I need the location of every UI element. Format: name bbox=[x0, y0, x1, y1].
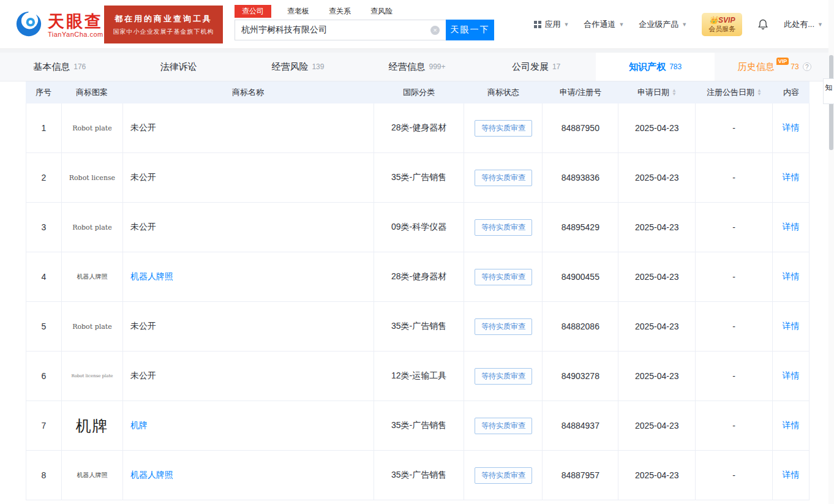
announce-date-cell: - bbox=[696, 203, 773, 252]
trademark-name-cell: 机器人牌照 bbox=[123, 451, 374, 500]
table-row: 8 机器人牌照 机器人牌照 35类-广告销售 等待实质审查 84887957 2… bbox=[26, 451, 810, 500]
trademark-image: 机牌 bbox=[75, 416, 108, 436]
category-cell: 35类-广告销售 bbox=[374, 302, 465, 351]
reg-number-cell: 84903278 bbox=[543, 352, 618, 401]
detail-link[interactable]: 详情 bbox=[783, 420, 800, 431]
crown-icon: 👑SVIP bbox=[709, 17, 735, 24]
status-badge: 等待实质审查 bbox=[475, 269, 532, 285]
reg-number-cell: 84887950 bbox=[543, 103, 618, 152]
row-index: 4 bbox=[26, 252, 62, 301]
trademark-name-cell: 未公开 bbox=[123, 352, 374, 401]
status-cell: 等待实质审查 bbox=[464, 252, 543, 301]
row-index: 3 bbox=[26, 203, 62, 252]
detail-link[interactable]: 详情 bbox=[783, 222, 800, 233]
detail-link[interactable]: 详情 bbox=[783, 122, 800, 134]
apply-date-cell: 2025-04-23 bbox=[618, 401, 696, 450]
row-index: 5 bbox=[26, 302, 62, 351]
trademark-name[interactable]: 机牌 bbox=[130, 420, 148, 431]
category-cell: 35类-广告销售 bbox=[374, 153, 465, 202]
apply-date-cell: 2025-04-23 bbox=[618, 352, 696, 401]
reg-number-cell: 84895429 bbox=[543, 203, 618, 252]
action-cell: 详情 bbox=[773, 352, 810, 401]
detail-link[interactable]: 详情 bbox=[783, 470, 800, 481]
trademark-name[interactable]: 机器人牌照 bbox=[130, 271, 173, 282]
notification-bell-icon[interactable] bbox=[757, 18, 769, 31]
chevron-down-icon: ▼ bbox=[618, 21, 624, 28]
detail-link[interactable]: 详情 bbox=[783, 370, 800, 382]
table-row: 7 机牌 机牌 35类-广告销售 等待实质审查 84884937 2025-04… bbox=[26, 401, 810, 451]
trademark-name: 未公开 bbox=[130, 122, 156, 134]
row-index: 6 bbox=[26, 352, 62, 401]
reg-number-cell: 84893836 bbox=[543, 153, 618, 202]
search-tab-boss[interactable]: 查老板 bbox=[284, 5, 313, 18]
header-nav: 应用 ▼ 合作通道 ▼ 企业级产品 ▼ 👑SVIP 会员服务 bbox=[534, 0, 823, 49]
svip-member-badge[interactable]: 👑SVIP 会员服务 bbox=[702, 13, 742, 36]
search-input[interactable] bbox=[241, 25, 430, 35]
search-tab-risk[interactable]: 查风险 bbox=[367, 5, 396, 18]
tab-operation-info[interactable]: 经营信息999+ bbox=[358, 53, 477, 81]
search-area: 查公司 查老板 查关系 查风险 × 天眼一下 bbox=[235, 4, 494, 40]
category-cell: 09类-科学仪器 bbox=[374, 203, 465, 252]
col-header-announce-date[interactable]: 注册公告日期 ▲▼ bbox=[696, 87, 773, 98]
sort-icon[interactable]: ▲▼ bbox=[672, 89, 677, 96]
chevron-down-icon: ▼ bbox=[563, 21, 569, 28]
trademark-name[interactable]: 机器人牌照 bbox=[130, 470, 173, 481]
action-cell: 详情 bbox=[773, 401, 810, 450]
trademark-image: Robot plate bbox=[72, 224, 112, 231]
trademark-image-cell: Robot plate bbox=[62, 103, 123, 152]
action-cell: 详情 bbox=[773, 252, 810, 301]
trademark-image: 机器人牌照 bbox=[77, 471, 107, 480]
search-tab-company[interactable]: 查公司 bbox=[235, 5, 271, 18]
page: 天眼查 TianYanCha.com 都在用的商业查询工具 国家中小企业发展子基… bbox=[0, 0, 834, 504]
trademark-name: 未公开 bbox=[130, 370, 156, 382]
apply-date-cell: 2025-04-23 bbox=[618, 302, 696, 351]
reg-number-cell: 84884937 bbox=[543, 401, 618, 450]
announce-date-cell: - bbox=[696, 401, 773, 450]
category-cell: 28类-健身器材 bbox=[374, 252, 465, 301]
tab-history-info[interactable]: 历史信息 VIP 73 ? bbox=[715, 53, 834, 81]
detail-link[interactable]: 详情 bbox=[783, 321, 800, 332]
side-anchor-ip[interactable]: 知 bbox=[823, 78, 834, 104]
trademark-image-cell: Robot plate bbox=[62, 203, 123, 252]
promo-banner: 都在用的商业查询工具 国家中小企业发展子基金旗下机构 bbox=[104, 6, 223, 43]
vip-chip: VIP bbox=[776, 58, 789, 65]
col-header-status: 商标状态 bbox=[464, 87, 543, 98]
trademark-image-cell: Robot plate bbox=[62, 302, 123, 351]
tab-basic-info[interactable]: 基本信息176 bbox=[0, 53, 119, 81]
nav-more[interactable]: 此处有... ▼ bbox=[784, 19, 823, 30]
table-header-row: 序号 商标图案 商标名称 国际分类 商标状态 申请/注册号 申请日期 ▲▼ 注册… bbox=[26, 81, 810, 103]
apply-date-cell: 2025-04-23 bbox=[618, 203, 696, 252]
detail-link[interactable]: 详情 bbox=[783, 271, 800, 282]
search-tab-relation[interactable]: 查关系 bbox=[325, 5, 355, 18]
sort-icon[interactable]: ▲▼ bbox=[757, 89, 762, 96]
col-header-index: 序号 bbox=[26, 87, 61, 98]
status-badge: 等待实质审查 bbox=[475, 318, 532, 335]
nav-cooperation[interactable]: 合作通道 ▼ bbox=[584, 19, 624, 30]
table-row: 3 Robot plate 未公开 09类-科学仪器 等待实质审查 848954… bbox=[26, 203, 810, 252]
trademark-name-cell: 未公开 bbox=[123, 203, 374, 252]
announce-date-cell: - bbox=[696, 153, 773, 202]
trademark-image: Robot plate bbox=[72, 323, 112, 331]
trademark-name: 未公开 bbox=[130, 222, 156, 233]
apply-date-cell: 2025-04-23 bbox=[618, 451, 696, 500]
brand-name: 天眼查 bbox=[48, 12, 103, 31]
trademark-image-cell: Robot license plate bbox=[62, 352, 123, 401]
status-badge: 等待实质审查 bbox=[475, 467, 532, 484]
tab-operation-risk[interactable]: 经营风险139 bbox=[238, 53, 358, 81]
trademark-image-cell: 机器人牌照 bbox=[62, 451, 123, 500]
col-header-apply-date[interactable]: 申请日期 ▲▼ bbox=[618, 87, 696, 98]
tab-intellectual-property[interactable]: 知识产权783 bbox=[596, 53, 715, 81]
trademark-image: 机器人牌照 bbox=[77, 273, 107, 281]
tab-legal-litigation[interactable]: 法律诉讼 bbox=[119, 53, 239, 81]
help-icon[interactable]: ? bbox=[803, 62, 811, 71]
table-row: 1 Robot plate 未公开 28类-健身器材 等待实质审查 848879… bbox=[26, 103, 810, 153]
logo[interactable]: 天眼查 TianYanCha.com bbox=[15, 10, 103, 40]
trademark-name-cell: 未公开 bbox=[123, 302, 374, 351]
detail-link[interactable]: 详情 bbox=[783, 172, 800, 183]
search-button[interactable]: 天眼一下 bbox=[446, 20, 494, 40]
reg-number-cell: 84900455 bbox=[543, 252, 618, 301]
tab-company-development[interactable]: 公司发展17 bbox=[476, 53, 596, 81]
clear-search-icon[interactable]: × bbox=[430, 26, 440, 35]
nav-apps[interactable]: 应用 ▼ bbox=[534, 19, 569, 30]
nav-enterprise-products[interactable]: 企业级产品 ▼ bbox=[639, 19, 687, 30]
